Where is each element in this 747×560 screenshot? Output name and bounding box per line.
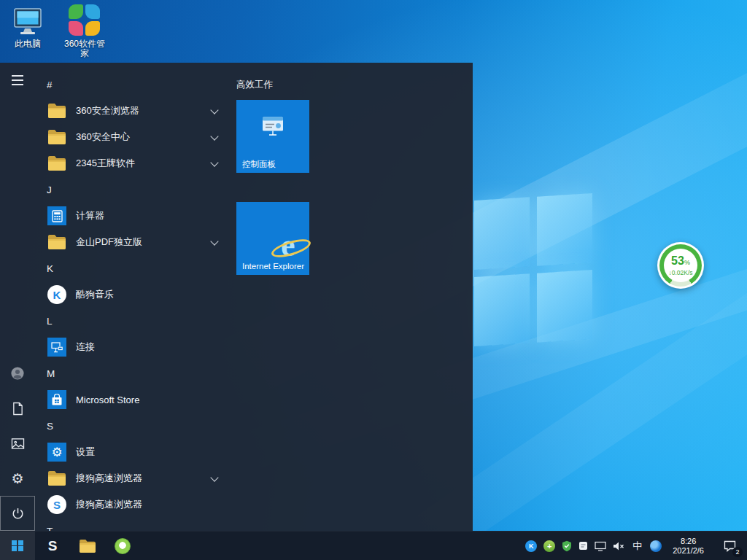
taskbar-360-safe-button[interactable]: S xyxy=(35,532,70,560)
app-list-item[interactable]: 360安全中心 xyxy=(35,124,236,150)
kugou-icon-circle xyxy=(47,285,66,304)
tile-label: Internet Explorer xyxy=(242,262,305,272)
tray-icon-volume-muted[interactable] xyxy=(613,541,624,551)
windows-logo-icon xyxy=(12,540,23,552)
app-list-item[interactable]: 连接 xyxy=(35,334,236,360)
app-list-section-letter[interactable]: L xyxy=(35,308,236,334)
app-list-section-letter[interactable]: J xyxy=(35,176,236,203)
app-list-item[interactable]: 金山PDF独立版 xyxy=(35,229,236,255)
tray-icon-kugou[interactable] xyxy=(525,540,537,552)
360-speed-ball-widget[interactable]: 53% ↓0.02K/s xyxy=(657,242,704,289)
app-list-section-letter[interactable]: # xyxy=(35,71,236,98)
app-list-item[interactable]: ⚙ 设置 xyxy=(35,439,236,465)
logo-pane xyxy=(474,197,530,270)
settings-button[interactable]: ⚙ xyxy=(0,461,35,496)
windows-logo-wallpaper xyxy=(474,193,592,346)
app-label: 搜狗高速浏览器 xyxy=(76,498,142,511)
app-list-item[interactable]: 360安全浏览器 xyxy=(35,98,236,124)
kugou-music-icon xyxy=(47,284,67,305)
app-list-item[interactable]: Microsoft Store xyxy=(35,386,236,413)
app-label: 金山PDF独立版 xyxy=(76,236,142,249)
connect-icon-bg xyxy=(47,338,66,357)
user-avatar-icon xyxy=(10,366,25,381)
power-button[interactable] xyxy=(0,496,35,531)
section-letter-label: M xyxy=(47,368,55,379)
file-explorer-icon xyxy=(79,539,96,553)
taskbar-360-browser-button[interactable] xyxy=(105,532,140,560)
folder-icon xyxy=(47,468,67,489)
green-plus-glyph xyxy=(543,540,555,552)
rail-bottom-items: ⚙ xyxy=(0,356,35,531)
section-letter-label: K xyxy=(47,263,53,274)
chevron-down-icon[interactable] xyxy=(210,237,218,245)
tray-icon-green-plus[interactable] xyxy=(543,540,555,552)
blue-app-glyph xyxy=(650,540,662,552)
tray-icon-network[interactable] xyxy=(595,541,606,551)
app-list-item[interactable]: 酷狗音乐 xyxy=(35,281,236,308)
store-icon-bg xyxy=(47,390,66,409)
desktop-screen: 此电脑 360软件管家 xyxy=(0,0,747,560)
chevron-down-icon[interactable] xyxy=(210,106,218,114)
tile-internet-explorer[interactable]: e Internet Explorer xyxy=(236,202,309,275)
hamburger-icon xyxy=(12,75,23,85)
app-list-section-letter[interactable]: K xyxy=(35,255,236,281)
start-menu-rail: ⚙ xyxy=(0,63,35,531)
chevron-down-icon[interactable] xyxy=(210,132,218,140)
app-label: 360安全中心 xyxy=(76,131,130,144)
tile-group-title[interactable]: 高效工作 xyxy=(236,79,273,91)
tray-icon-security-shield[interactable] xyxy=(562,540,572,552)
taskbar-clock[interactable]: 8:26 2021/2/6 xyxy=(668,537,708,556)
app-list-item[interactable]: 搜狗高速浏览器 xyxy=(35,491,236,518)
section-letter-label: J xyxy=(47,184,52,195)
percent-value: 53 xyxy=(671,254,684,267)
logo-pane xyxy=(474,273,530,346)
logo-pane xyxy=(537,193,592,266)
document-icon xyxy=(12,402,24,416)
this-pc-icon xyxy=(12,6,44,36)
documents-button[interactable] xyxy=(0,391,35,426)
percent-unit: % xyxy=(684,259,690,266)
settings-app-icon: ⚙ xyxy=(47,442,67,462)
app-list-item[interactable]: 搜狗高速浏览器 xyxy=(35,465,236,491)
action-center-button[interactable]: 2 xyxy=(715,532,744,560)
tray-icon-blue-app[interactable] xyxy=(650,540,662,552)
notification-badge: 2 xyxy=(732,547,743,557)
speed-ring: 53% ↓0.02K/s xyxy=(659,244,702,287)
folder-icon xyxy=(47,127,67,147)
tile-control-panel[interactable]: 控制面板 xyxy=(236,100,309,173)
user-account-button[interactable] xyxy=(0,356,35,391)
app-label: 搜狗高速浏览器 xyxy=(76,472,142,485)
start-button[interactable] xyxy=(0,532,35,560)
ime-language-indicator[interactable]: 中 xyxy=(631,540,643,553)
folder-icon xyxy=(47,232,67,252)
app-list-section-letter[interactable]: T xyxy=(35,518,236,531)
section-letter-label: L xyxy=(47,316,53,327)
chevron-down-icon[interactable] xyxy=(210,473,218,481)
app-list-section-letter[interactable]: M xyxy=(35,360,236,386)
app-label: 酷狗音乐 xyxy=(76,288,114,301)
memory-percent: 53% xyxy=(671,255,690,268)
microsoft-store-icon xyxy=(47,389,67,410)
app-list-item[interactable]: 2345王牌软件 xyxy=(35,150,236,176)
app-list-item[interactable]: 计算器 xyxy=(35,203,236,229)
pictures-icon xyxy=(11,438,25,450)
folder-icon xyxy=(47,101,67,121)
desktop-icon-this-pc[interactable]: 此电脑 xyxy=(3,6,53,49)
pictures-button[interactable] xyxy=(0,426,35,461)
360-s-icon: S xyxy=(48,538,58,554)
petal xyxy=(69,21,83,36)
desktop-icon-360-software-manager[interactable]: 360软件管家 xyxy=(60,4,109,58)
app-label: 计算器 xyxy=(76,209,104,222)
taskbar-file-explorer-button[interactable] xyxy=(70,532,105,560)
chevron-down-icon[interactable] xyxy=(210,158,218,166)
sogou-icon-circle xyxy=(47,495,66,514)
section-letter-label: S xyxy=(47,421,53,432)
network-speed: ↓0.02K/s xyxy=(668,269,692,276)
expand-menu-button[interactable] xyxy=(0,63,35,98)
logo-pane xyxy=(537,270,592,343)
volume-muted-icon xyxy=(613,541,624,551)
clock-date: 2021/2/6 xyxy=(673,546,704,556)
tray-icon-notes[interactable] xyxy=(578,541,588,551)
kugou-tray-glyph xyxy=(525,540,537,552)
app-list-section-letter[interactable]: S xyxy=(35,413,236,439)
